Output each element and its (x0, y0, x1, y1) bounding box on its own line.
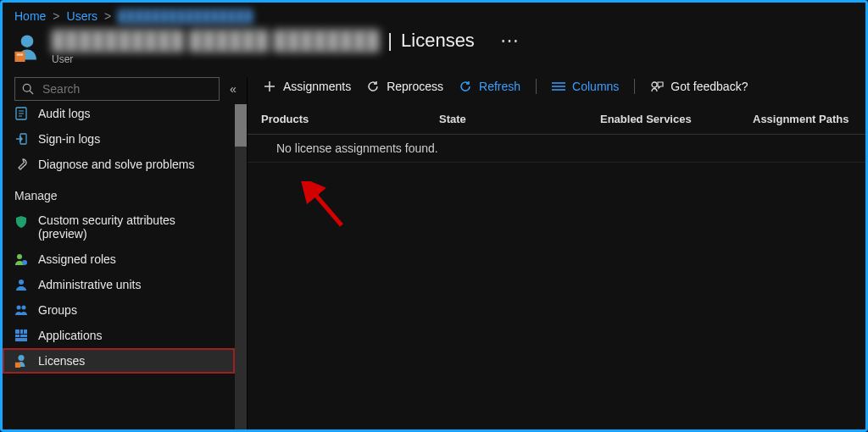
columns-icon (552, 80, 565, 93)
sidebar-item-label: Licenses (38, 354, 85, 368)
feedback-icon (650, 80, 664, 93)
svg-rect-1 (14, 52, 25, 62)
svg-rect-22 (15, 363, 20, 368)
column-header-state[interactable]: State (439, 113, 592, 125)
sidebar-item-label: Assigned roles (38, 252, 116, 266)
sidebar-item-licenses[interactable]: Licenses (3, 348, 235, 374)
breadcrumb: Home > Users > ████████████████ (3, 3, 865, 25)
clipboard-icon (14, 107, 30, 120)
page-subtitle: User (52, 53, 519, 65)
columns-button[interactable]: Columns (552, 80, 619, 93)
table-header: Products State Enabled Services Assignme… (248, 101, 865, 135)
toolbar-separator (536, 79, 537, 94)
breadcrumb-home[interactable]: Home (14, 9, 46, 23)
people-group-icon (14, 303, 30, 317)
svg-rect-17 (24, 330, 27, 334)
person-role-icon (14, 252, 30, 266)
svg-point-13 (17, 306, 21, 310)
toolbar-label: Reprocess (387, 80, 443, 93)
sidebar-item-label: Applications (38, 329, 103, 342)
sidebar-search[interactable] (14, 77, 220, 101)
sidebar-menu: Audit logs Sign-in logs Diagnose and sol… (3, 104, 235, 429)
sidebar-item-diagnose[interactable]: Diagnose and solve problems (3, 152, 235, 177)
sidebar-item-admin-units[interactable]: Administrative units (3, 272, 235, 297)
scrollbar-thumb[interactable] (235, 104, 247, 147)
breadcrumb-separator: > (53, 9, 59, 23)
sidebar-item-applications[interactable]: Applications (3, 323, 235, 348)
column-header-products[interactable]: Products (261, 113, 431, 125)
breadcrumb-users[interactable]: Users (67, 9, 98, 23)
sidebar-item-sign-in-logs[interactable]: Sign-in logs (3, 126, 235, 152)
sidebar-scrollbar[interactable] (235, 104, 247, 429)
toolbar-separator (634, 79, 635, 94)
svg-point-12 (19, 280, 24, 285)
sidebar-item-custom-security[interactable]: Custom security attributes (preview) (3, 208, 235, 246)
refresh-button[interactable]: Refresh (459, 80, 520, 93)
toolbar: Assignments Reprocess Refresh (248, 77, 865, 101)
reprocess-button[interactable]: Reprocess (366, 80, 443, 93)
svg-point-21 (18, 355, 24, 361)
search-input[interactable] (41, 81, 212, 97)
svg-rect-2 (17, 53, 23, 55)
page-title-separator: | (387, 30, 392, 52)
sidebar-item-label: Diagnose and solve problems (38, 158, 194, 171)
refresh-icon (459, 80, 472, 93)
sidebar-item-label: Audit logs (38, 107, 90, 120)
svg-point-28 (652, 82, 657, 87)
sidebar-item-label: Custom security attributes (preview) (38, 213, 208, 241)
sidebar-section-manage: Manage (3, 177, 235, 208)
svg-point-3 (23, 84, 31, 91)
toolbar-label: Assignments (283, 80, 351, 93)
sidebar-item-audit-logs[interactable]: Audit logs (3, 104, 235, 126)
svg-line-4 (30, 91, 33, 94)
breadcrumb-separator: > (104, 9, 111, 23)
header-more-button[interactable]: ⋯ (500, 30, 519, 52)
sidebar-item-label: Administrative units (38, 278, 141, 291)
toolbar-label: Refresh (479, 80, 520, 93)
svg-point-0 (21, 35, 34, 47)
sidebar-item-groups[interactable]: Groups (3, 297, 235, 323)
sidebar-item-label: Groups (38, 303, 77, 317)
person-admin-icon (14, 278, 30, 291)
breadcrumb-current-user[interactable]: ████████████████ (118, 9, 253, 23)
svg-rect-15 (15, 330, 19, 334)
main-content: Assignments Reprocess Refresh (248, 77, 865, 429)
svg-point-14 (22, 306, 26, 310)
toolbar-label: Got feedback? (670, 80, 748, 93)
sidebar: « Audit logs Sign-in logs (3, 77, 248, 429)
page-title-section: Licenses (401, 30, 475, 52)
grid-apps-icon (14, 329, 30, 342)
reprocess-icon (366, 80, 380, 93)
shield-icon (14, 215, 30, 229)
svg-rect-16 (20, 330, 23, 334)
svg-rect-18 (15, 335, 19, 337)
column-header-enabled-services[interactable]: Enabled Services (600, 113, 744, 125)
app-frame: Home > Users > ████████████████ ████████… (0, 0, 868, 432)
sign-in-arrow-icon (14, 132, 30, 146)
assignments-button[interactable]: Assignments (263, 80, 351, 93)
wrench-icon (14, 158, 30, 171)
svg-rect-20 (15, 338, 27, 341)
svg-point-10 (17, 254, 22, 259)
sidebar-collapse-button[interactable]: « (226, 82, 240, 96)
sidebar-item-label: Sign-in logs (38, 132, 100, 146)
search-icon (22, 83, 34, 95)
empty-state-row: No license assignments found. (248, 135, 865, 163)
column-header-assignment-paths[interactable]: Assignment Paths (753, 113, 868, 125)
page-title-user-name: ██████████ ██████ ████████ (52, 30, 379, 52)
svg-point-11 (22, 260, 27, 265)
license-badge-icon (14, 354, 30, 368)
empty-state-message: No license assignments found. (276, 141, 438, 155)
user-avatar-icon (14, 33, 40, 62)
body: « Audit logs Sign-in logs (3, 77, 865, 429)
svg-rect-19 (20, 335, 27, 337)
feedback-button[interactable]: Got feedback? (650, 80, 748, 93)
page-header: ██████████ ██████ ████████ | Licenses ⋯ … (3, 25, 865, 77)
toolbar-label: Columns (572, 80, 619, 93)
sidebar-item-assigned-roles[interactable]: Assigned roles (3, 246, 235, 272)
plus-icon (263, 80, 276, 93)
